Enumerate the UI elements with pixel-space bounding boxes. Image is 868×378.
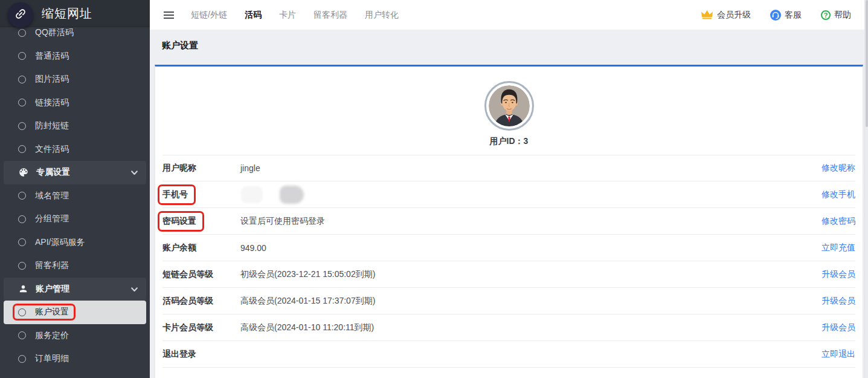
row-value-text: 设置后可使用密码登录 (240, 216, 325, 227)
account-row-shortlink-membership: 短链会员等级初级会员(2023-12-21 15:05:02到期)升级会员 (162, 261, 855, 288)
top-nav: 短链/外链活码卡片留客利器用户转化 (191, 10, 416, 21)
card-membership-action-link[interactable]: 升级会员 (821, 322, 855, 333)
circle-icon (18, 238, 26, 246)
sidebar-item-link-qrcode[interactable]: 链接活码 (4, 91, 146, 115)
qrcode-membership-action-link[interactable]: 升级会员 (821, 296, 855, 307)
sidebar-item-image-qrcode[interactable]: 图片活码 (4, 68, 146, 91)
sidebar-item-label: 链接活码 (35, 97, 69, 108)
password-action-link[interactable]: 修改密码 (821, 216, 855, 227)
row-value: 高级会员(2024-01-10 11:20:11到期) (240, 322, 821, 333)
phone-action-link[interactable]: 修改手机 (821, 189, 855, 200)
circle-icon (18, 308, 26, 316)
sidebar-item-file-qrcode[interactable]: 文件活码 (4, 138, 146, 161)
sidebar-item-api-source-service[interactable]: API/源码服务 (4, 231, 146, 255)
row-value: 设置后可使用密码登录 (240, 216, 821, 227)
row-value (240, 186, 821, 204)
row-value-text: 949.00 (240, 243, 266, 253)
sidebar-item-account-management[interactable]: 账户管理 (4, 278, 146, 301)
row-label-text: 短链会员等级 (162, 269, 213, 279)
balance-action-link[interactable]: 立即充值 (821, 243, 855, 253)
chevron-down-icon (130, 169, 138, 177)
sidebar-item-label: 账户设置 (35, 307, 69, 318)
row-label-text: 用户昵称 (162, 163, 196, 172)
sidebar-item-retention-tool[interactable]: 留客利器 (4, 254, 146, 278)
palette-icon (18, 167, 29, 178)
sidebar-item-normal-qrcode[interactable]: 普通活码 (4, 45, 146, 68)
help-icon: ? (821, 10, 831, 20)
sidebar-item-label: 专属设置 (36, 167, 70, 178)
customer-service-button[interactable]: 客服 (770, 10, 802, 21)
row-value: 高级会员(2024-01-15 17:37:07到期) (240, 296, 821, 307)
row-label: 卡片会员等级 (162, 322, 240, 333)
circle-icon (18, 76, 26, 83)
sidebar-item-label: QQ群活码 (35, 27, 74, 38)
sidebar-item-antiblock-shortlink[interactable]: 防封短链 (4, 114, 146, 138)
scrollbar-thumb[interactable] (866, 0, 868, 127)
sidebar-item-order-details[interactable]: 订单明细 (4, 347, 146, 371)
topbar-actions: 会员升级客服?帮助 (681, 10, 868, 21)
sidebar-item-group-management[interactable]: 分组管理 (4, 207, 146, 231)
row-label-text: 卡片会员等级 (162, 322, 213, 332)
redacted-phone-blob (280, 186, 304, 204)
sidebar-item-account-settings[interactable]: 账户设置 (4, 301, 146, 324)
avatar-image (489, 85, 530, 126)
circle-icon (18, 262, 26, 270)
sidebar-item-label: 文件活码 (35, 144, 69, 155)
sidebar-item-domain-management[interactable]: 域名管理 (4, 184, 146, 208)
sidebar-item-label: 普通活码 (35, 51, 69, 62)
tab-card[interactable]: 卡片 (279, 10, 296, 21)
help-button[interactable]: ?帮助 (821, 10, 851, 21)
circle-icon (18, 145, 26, 153)
account-rows: 用户昵称jingle修改昵称手机号修改手机密码设置设置后可使用密码登录修改密码账… (162, 155, 855, 368)
row-label-text: 活码会员等级 (162, 296, 213, 305)
account-row-password: 密码设置设置后可使用密码登录修改密码 (162, 208, 855, 235)
nickname-action-link[interactable]: 修改昵称 (821, 163, 855, 174)
row-label: 手机号 (162, 189, 240, 200)
sidebar-menu: QQ群活码普通活码图片活码链接活码防封短链文件活码专属设置域名管理分组管理API… (0, 21, 150, 371)
sidebar-item-label: 服务定价 (35, 330, 69, 341)
topbar: 短链/外链活码卡片留客利器用户转化 会员升级客服?帮助 (150, 0, 868, 30)
sidebar-item-service-pricing[interactable]: 服务定价 (4, 324, 146, 348)
row-label-text: 密码设置 (162, 216, 196, 226)
circle-icon (18, 355, 26, 363)
page-title: 账户设置 (162, 40, 198, 51)
logout-action-link[interactable]: 立即退出 (821, 349, 855, 360)
row-value-text: jingle (240, 163, 260, 173)
row-value-text: 初级会员(2023-12-21 15:05:02到期) (240, 269, 375, 280)
shortlink-membership-action-link[interactable]: 升级会员 (821, 269, 855, 280)
row-label: 密码设置 (162, 216, 240, 227)
circle-icon (18, 331, 26, 339)
sidebar-item-label: 防封短链 (35, 120, 69, 131)
link-icon (14, 7, 27, 23)
action-label: 客服 (785, 10, 802, 21)
chevron-down-icon (130, 285, 138, 293)
sidebar-item-exclusive-settings[interactable]: 专属设置 (4, 161, 146, 184)
account-row-card-membership: 卡片会员等级高级会员(2024-01-10 11:20:11到期)升级会员 (162, 314, 855, 341)
account-row-nickname: 用户昵称jingle修改昵称 (162, 155, 855, 181)
membership-upgrade-button[interactable]: 会员升级 (701, 10, 751, 21)
row-label: 用户昵称 (162, 163, 240, 174)
tab-shortlink-external[interactable]: 短链/外链 (191, 10, 227, 21)
row-label: 账户余额 (162, 243, 240, 253)
account-row-logout: 退出登录立即退出 (162, 341, 855, 368)
account-settings-card: 用户ID：3 用户昵称jingle修改昵称手机号修改手机密码设置设置后可使用密码… (155, 65, 863, 378)
headset-icon (770, 10, 781, 21)
app-title: 缩短网址 (42, 5, 92, 22)
sidebar: QQ群活码普通活码图片活码链接活码防封短链文件活码专属设置域名管理分组管理API… (0, 0, 150, 378)
app-logo[interactable] (8, 2, 33, 28)
redacted-phone-blob (241, 186, 263, 203)
window-scrollbar[interactable] (864, 0, 868, 378)
tab-retention-tool[interactable]: 留客利器 (313, 10, 347, 21)
tab-user-conversion[interactable]: 用户转化 (365, 10, 399, 21)
sidebar-logo-header: 缩短网址 (0, 0, 150, 27)
account-row-phone: 手机号修改手机 (162, 181, 855, 208)
row-label: 活码会员等级 (162, 296, 240, 307)
avatar[interactable] (484, 81, 534, 131)
circle-icon (18, 29, 26, 37)
row-label: 短链会员等级 (162, 269, 240, 280)
tab-qrcode[interactable]: 活码 (245, 10, 262, 21)
hamburger-menu-icon[interactable] (164, 11, 174, 19)
crown-icon (701, 10, 713, 20)
row-label-text: 手机号 (162, 189, 188, 199)
sidebar-item-label: 图片活码 (35, 74, 69, 85)
